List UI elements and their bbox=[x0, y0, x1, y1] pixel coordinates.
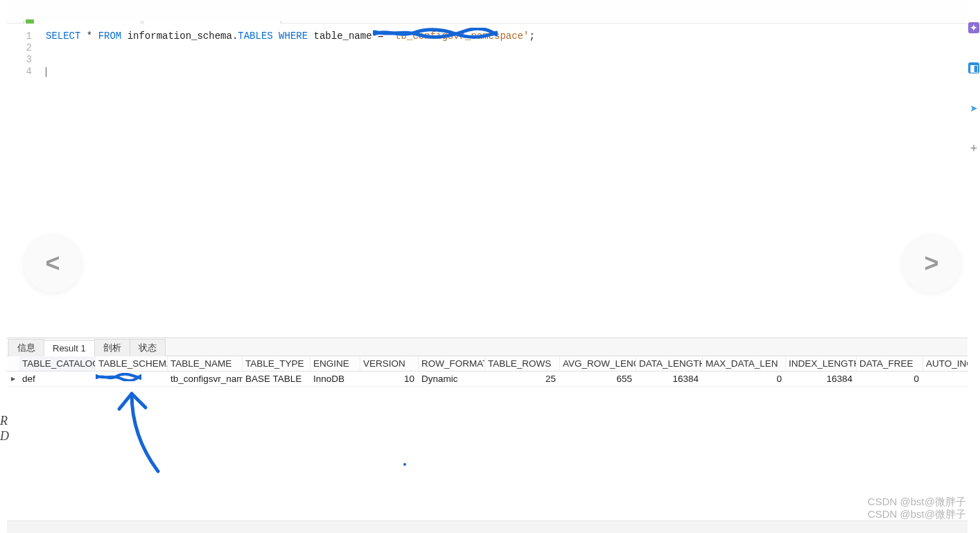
editor-caret bbox=[46, 67, 46, 77]
sql-editor[interactable]: 1 2 3 4 SELECT * FROM information_schema… bbox=[7, 24, 968, 338]
top-toolbar-area bbox=[7, 0, 968, 24]
col-data-length[interactable]: DATA_LENGTH bbox=[636, 356, 703, 372]
line-number: 1 bbox=[7, 30, 32, 42]
cell-table-rows[interactable]: 25 bbox=[485, 372, 560, 387]
sql-eq: = bbox=[378, 30, 390, 42]
cloud-icon[interactable]: ◧ bbox=[968, 62, 979, 73]
sql-semicolon: ; bbox=[529, 30, 534, 42]
result-grid-wrap: TABLE_CATALOG TABLE_SCHEMA TABLE_NAME TA… bbox=[7, 356, 968, 533]
line-number: 2 bbox=[7, 42, 32, 54]
send-icon[interactable]: ➤ bbox=[968, 103, 979, 114]
sql-str-open: ' bbox=[390, 30, 395, 42]
col-row-format[interactable]: ROW_FORMAT bbox=[419, 356, 485, 372]
app-frame: 1 2 3 4 SELECT * FROM information_schema… bbox=[7, 0, 968, 533]
cell-table-catalog[interactable]: def bbox=[19, 372, 96, 387]
sql-col: table_name bbox=[308, 30, 378, 42]
cell-data-length[interactable]: 16384 bbox=[636, 372, 703, 387]
col-table-name[interactable]: TABLE_NAME bbox=[168, 356, 243, 372]
col-engine[interactable]: ENGINE bbox=[310, 356, 360, 372]
sql-text: * bbox=[80, 30, 98, 42]
tab-info[interactable]: 信息 bbox=[8, 339, 44, 356]
kw-from: FROM bbox=[98, 30, 122, 42]
cell-table-schema[interactable] bbox=[96, 372, 168, 387]
status-bar bbox=[7, 521, 968, 533]
editor-gutter: 1 2 3 4 bbox=[7, 30, 37, 78]
tab-profile[interactable]: 剖析 bbox=[94, 339, 130, 356]
side-icon-strip: ✦ ◧ ➤ + bbox=[968, 22, 980, 154]
result-tabs: 信息 Result 1 剖析 状态 bbox=[7, 338, 968, 356]
sql-str-val: tb_configsvr_namespace bbox=[395, 30, 523, 42]
cropped-left-text: R D bbox=[0, 413, 9, 444]
row-handle[interactable] bbox=[7, 372, 19, 387]
col-auto-increment[interactable]: AUTO_INC bbox=[923, 356, 968, 372]
cell-data-free[interactable]: 0 bbox=[857, 372, 923, 387]
line-number: 3 bbox=[7, 54, 32, 66]
plus-icon[interactable]: + bbox=[968, 143, 979, 154]
sql-text: information_schema. bbox=[121, 30, 238, 42]
result-grid[interactable]: TABLE_CATALOG TABLE_SCHEMA TABLE_NAME TA… bbox=[7, 356, 968, 387]
col-table-schema[interactable]: TABLE_SCHEMA bbox=[96, 356, 168, 372]
col-row-selector bbox=[7, 356, 19, 372]
col-table-rows[interactable]: TABLE_ROWS bbox=[485, 356, 560, 372]
kw-tables: TABLES bbox=[238, 30, 272, 42]
col-version[interactable]: VERSION bbox=[360, 356, 419, 372]
cell-table-type[interactable]: BASE TABLE bbox=[243, 372, 310, 387]
chevron-left-icon: < bbox=[45, 249, 60, 278]
col-table-type[interactable]: TABLE_TYPE bbox=[243, 356, 310, 372]
editor-code[interactable]: SELECT * FROM information_schema.TABLES … bbox=[46, 30, 962, 78]
cell-avg-row-length[interactable]: 655 bbox=[560, 372, 636, 387]
col-max-data-length[interactable]: MAX_DATA_LEN bbox=[703, 356, 786, 372]
carousel-prev-button[interactable]: < bbox=[24, 234, 82, 292]
carousel-next-button[interactable]: > bbox=[902, 234, 961, 292]
tab-status[interactable]: 状态 bbox=[130, 339, 166, 356]
tab-result-1[interactable]: Result 1 bbox=[44, 340, 95, 356]
col-table-catalog[interactable]: TABLE_CATALOG bbox=[19, 356, 96, 372]
kw-select: SELECT bbox=[46, 30, 80, 42]
col-index-length[interactable]: INDEX_LENGTH bbox=[786, 356, 857, 372]
cell-engine[interactable]: InnoDB bbox=[310, 372, 360, 387]
cell-max-data-length[interactable]: 0 bbox=[703, 372, 786, 387]
chevron-right-icon: > bbox=[924, 249, 938, 278]
cell-table-name[interactable]: tb_configsvr_nam bbox=[168, 372, 243, 387]
cell-auto-increment[interactable] bbox=[923, 372, 968, 387]
col-avg-row-length[interactable]: AVG_ROW_LENG bbox=[560, 356, 636, 372]
cell-version[interactable]: 10 bbox=[360, 372, 419, 387]
cell-row-format[interactable]: Dynamic bbox=[419, 372, 485, 387]
dot-annotation bbox=[403, 463, 406, 466]
line-number: 4 bbox=[7, 66, 32, 78]
cell-index-length[interactable]: 16384 bbox=[786, 372, 857, 387]
col-data-free[interactable]: DATA_FREE bbox=[857, 356, 923, 372]
chat-icon[interactable]: ✦ bbox=[968, 22, 979, 33]
kw-where: WHERE bbox=[273, 30, 308, 42]
